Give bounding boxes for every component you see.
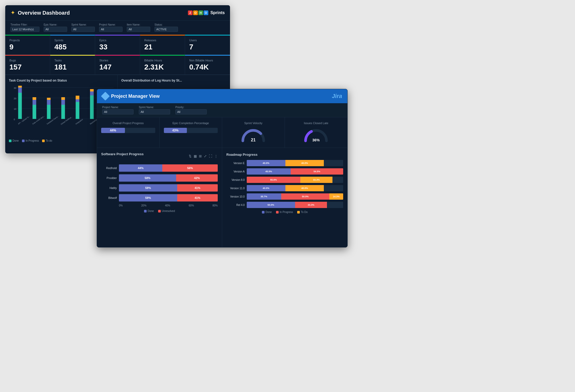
roadmap-done-version-11: 40.0% [247,185,285,191]
legend-roadmap-done: Done [262,211,272,214]
stat-bugs-value: 157 [9,63,46,71]
hbar-row-bitwolf: Bitwolf 59% 41% [101,194,218,201]
stat-sprints-value: 485 [54,43,91,51]
stat-bugs: Bugs 157 [5,55,50,75]
fullscreen-icon[interactable]: ⛶ [209,154,212,158]
hbar-done-prodder: 58% [119,174,176,182]
svg-text:20: 20 [14,97,16,100]
stat-epics-value: 33 [99,43,136,51]
stat-billable-value: 2.31K [144,63,181,71]
roadmap-label-version-8: Version 8.0 [226,178,245,181]
svg-rect-23 [90,95,94,119]
zoho-letter-o1: O [193,10,198,15]
epic-select[interactable]: All [44,27,67,32]
legend-software-done-dot [144,210,147,212]
roadmap-empty-version-8 [332,177,343,183]
hbar-unresolved-hatity: 41% [177,184,218,192]
jira-filter-project-label: Project Name: [102,106,134,109]
hbar-label-prodder: Prodder [101,176,117,180]
hbar-label-hatity: Hatity [101,186,117,189]
jira-filter-sprint-label: Sprint Name: [139,106,170,109]
jira-filter-priority-label: Priority: [175,106,207,109]
svg-rect-17 [61,105,65,119]
axis-0: 0% [119,204,123,207]
stat-tasks-label: Tasks [54,59,91,62]
table-icon[interactable]: ⊞ [199,154,202,158]
metric-overall-progress: Overall Project Progress 44% [97,117,160,148]
roadmap-label-version-11: Version 11.0 [226,187,245,190]
svg-rect-9 [18,88,22,93]
stat-releases-label: Releases [144,39,181,42]
filter-epic: Epic Name: All [44,23,67,32]
more-icon[interactable]: ⋮ [214,154,218,158]
status-select[interactable]: ACTIVE [154,27,178,32]
roadmap-label-version-a: Version A [226,170,245,173]
svg-rect-19 [61,97,65,100]
filter-item: Item Name: All [127,23,150,32]
svg-rect-20 [76,102,79,119]
jira-metrics: Overall Project Progress 44% Epic Comple… [97,117,347,148]
bar-chart-title: Task Count by Project based on Status [9,79,114,82]
svg-text:30: 30 [14,87,16,89]
stat-stories: Stories 147 [95,55,140,75]
filter-project-label: Project Name: [99,23,123,26]
legend-inprogress-dot [22,140,25,142]
filter-epic-label: Epic Name: [44,23,67,26]
stat-epics: Epics 33 [95,35,140,55]
legend-done-label: Done [13,139,19,142]
svg-text:Marketing: Marketing [89,119,97,125]
roadmap-done-rel4: 50.0% [247,202,295,208]
jira-filter-project: Project Name: All [102,106,134,114]
zoho-letter-o2: O [204,10,208,15]
jira-sprint-select[interactable]: All [139,109,170,114]
filter-status: Status: ACTIVE [154,23,178,32]
svg-rect-16 [47,98,51,100]
chart-icon[interactable]: ▦ [194,154,197,158]
toolbar-icons: ⇅ ▦ ⊞ ⤢ ⛶ ⋮ [189,154,218,158]
sort-icon[interactable]: ⇅ [189,154,192,158]
hbar-unresolved-redhold: 56% [162,164,218,172]
roadmap-track-version-11: 40.0% 40.0% [247,185,343,191]
zoho-header: ✦ Overview Dashboard Z O H O Sprints [5,5,230,21]
timeline-select[interactable]: Last 12 Month(s) [10,27,39,32]
stat-releases-value: 21 [144,43,181,51]
roadmap-track-version-10: 35.7% 50.0% 14.3% [247,193,343,200]
sprint-select[interactable]: All [71,27,95,32]
roadmap-row-version-11: Version 11.0 40.0% 40.0% [226,185,343,191]
expand-icon[interactable]: ⤢ [204,154,207,158]
donut-chart-title: Overall Distribution of Log Hours by St.… [121,79,226,82]
svg-text:21: 21 [251,138,256,142]
svg-rect-14 [47,105,51,119]
stat-sprints: Sprints 485 [50,35,95,55]
svg-text:0: 0 [14,118,15,121]
roadmap-track-version-e: 40.0% 40.0% [247,160,343,166]
stat-bugs-label: Bugs [9,59,46,62]
zoho-title-group: ✦ Overview Dashboard [10,9,70,16]
filter-status-label: Status: [154,23,178,26]
legend-roadmap-todo-label: To Do [301,211,308,214]
roadmap-label-version-10: Version 10.0 [226,195,245,198]
filter-project: Project Name: All [99,23,123,32]
metric-issues-title: Issues Closed Late [289,122,343,125]
hbar-label-redhold: Redhold [101,166,117,170]
filter-timeline: Timeline Filter: Last 12 Month(s) [10,23,39,32]
legend-inprogress: In Progress [22,139,39,142]
legend-software-unresolved-dot [158,210,161,212]
svg-rect-12 [33,100,36,105]
jira-bottom: Software Project Progress ⇅ ▦ ⊞ ⤢ ⛶ ⋮ Re… [97,148,347,247]
legend-todo-label: To do [46,139,52,142]
item-select[interactable]: All [127,27,150,32]
roadmap-track-version-a: 45.5% 54.5% [247,168,343,175]
roadmap-done-version-e: 40.0% [247,160,285,166]
zoho-logo-box: Z O H O [188,10,208,15]
legend-inprogress-label: In Progress [26,139,39,142]
svg-rect-15 [47,100,51,105]
metric-epic-title: Epic Completion Percentage [164,122,218,125]
metric-overall-title: Overall Project Progress [101,122,155,125]
hbar-row-redhold: Redhold 44% 56% [101,164,218,172]
jira-priority-select[interactable]: All [175,109,207,114]
jira-project-select[interactable]: All [102,109,134,114]
roadmap-inprogress-rel4: 33.3% [295,202,327,208]
stat-billable: Billable Hours 2.31K [140,55,185,75]
project-select[interactable]: All [99,27,123,32]
